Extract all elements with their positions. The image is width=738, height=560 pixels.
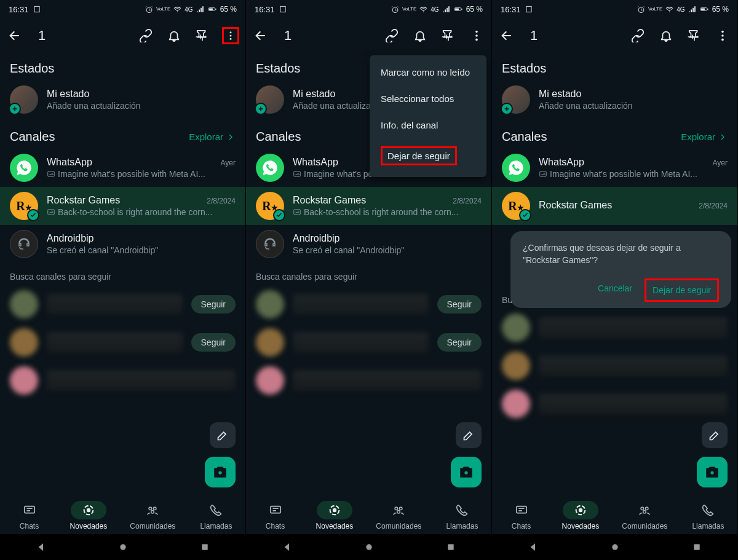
nav-comunidades[interactable]: Comunidades <box>130 501 175 530</box>
my-status-row[interactable]: + Mi estadoAñade una actualización <box>492 82 737 121</box>
pin-button[interactable] <box>686 27 703 44</box>
dialog-message: ¿Confirmas que deseas dejar de seguir a … <box>523 242 719 266</box>
pin-button[interactable] <box>440 27 457 44</box>
back-button[interactable] <box>6 27 23 44</box>
system-nav <box>246 534 491 560</box>
sys-home-icon[interactable] <box>118 542 128 552</box>
rockstar-avatar: R★ <box>502 192 530 220</box>
back-button[interactable] <box>252 27 269 44</box>
channel-rockstar[interactable]: R★ Rockstar Games2/8/2024 Back-to-school… <box>0 187 245 225</box>
link-button[interactable] <box>137 27 154 44</box>
channel-androidbip[interactable]: Androidbip Se creó el canal "Androidbip" <box>0 225 245 263</box>
nav-llamadas[interactable]: Llamadas <box>444 501 480 530</box>
phone-screen-2: 16:31 VoLTE 4G 65 % 1 Estados + Mi estad… <box>246 0 492 560</box>
nav-llamadas[interactable]: Llamadas <box>690 501 726 530</box>
suggested-row[interactable]: Seguir <box>0 323 245 361</box>
svg-rect-22 <box>526 6 531 12</box>
pin-button[interactable] <box>194 27 211 44</box>
whatsapp-avatar <box>10 154 38 182</box>
nav-label: Chats <box>512 522 531 530</box>
pencil-fab[interactable] <box>456 422 482 448</box>
channel-rockstar[interactable]: R★ Rockstar Games2/8/2024 <box>492 187 737 225</box>
sys-home-icon[interactable] <box>610 542 620 552</box>
sys-back-icon[interactable] <box>282 542 293 553</box>
follow-button[interactable]: Seguir <box>437 333 482 352</box>
my-status-title: Mi estado <box>539 89 633 100</box>
channel-androidbip[interactable]: AndroidbipSe creó el canal "Androidbip" <box>246 225 491 263</box>
suggested-row[interactable] <box>0 361 245 400</box>
sys-recent-icon[interactable] <box>692 542 702 552</box>
battery-icon <box>699 5 710 14</box>
blurred-avatar <box>10 328 38 357</box>
my-status-row[interactable]: + Mi estado Añade una actualización <box>0 82 245 121</box>
nav-novedades[interactable]: Novedades <box>562 501 600 530</box>
channel-rockstar[interactable]: R★ Rockstar Games2/8/2024Back-to-school … <box>246 187 491 225</box>
suggested-row[interactable] <box>492 347 737 385</box>
back-button[interactable] <box>498 27 515 44</box>
suggested-row[interactable] <box>246 361 491 400</box>
dialog-confirm-button[interactable]: Dejar de seguir <box>645 278 719 302</box>
nav-novedades[interactable]: Novedades <box>316 501 354 530</box>
link-button[interactable] <box>629 27 646 44</box>
nav-chats[interactable]: Chats <box>258 501 293 530</box>
follow-button[interactable]: Seguir <box>437 295 482 314</box>
svg-point-20 <box>367 544 372 550</box>
nav-comunidades[interactable]: Comunidades <box>376 501 421 530</box>
suggested-row[interactable] <box>492 309 737 347</box>
channel-whatsapp[interactable]: WhatsAppAyerImagine what's possible with… <box>492 149 737 187</box>
menu-mark-unread[interactable]: Marcar como no leído <box>370 59 486 85</box>
channel-whatsapp[interactable]: WhatsAppAyer Imagine what's possible wit… <box>0 149 245 187</box>
channel-name: Rockstar Games <box>293 195 366 206</box>
blurred-text <box>539 393 728 414</box>
blurred-avatar <box>502 314 530 342</box>
nav-comunidades[interactable]: Comunidades <box>622 501 667 530</box>
mute-button[interactable] <box>411 27 429 44</box>
camera-fab[interactable] <box>205 457 236 487</box>
image-icon <box>47 170 55 178</box>
dialog-cancel-button[interactable]: Cancelar <box>592 278 638 302</box>
wifi-icon <box>173 5 182 14</box>
nav-chats[interactable]: Chats <box>12 501 47 530</box>
menu-select-all[interactable]: Seleccionar todos <box>370 85 486 112</box>
pencil-fab[interactable] <box>702 422 728 448</box>
mute-button[interactable] <box>165 27 183 44</box>
suggested-row[interactable]: Seguir <box>246 323 491 361</box>
link-button[interactable] <box>383 27 400 44</box>
notif-icon <box>525 5 533 14</box>
blurred-text <box>539 355 728 376</box>
nav-llamadas[interactable]: Llamadas <box>198 501 234 530</box>
sys-recent-icon[interactable] <box>200 542 210 552</box>
sys-back-icon[interactable] <box>36 542 47 553</box>
blurred-avatar <box>256 290 284 318</box>
sys-recent-icon[interactable] <box>446 542 456 552</box>
camera-fab[interactable] <box>451 457 482 487</box>
follow-button[interactable]: Seguir <box>191 333 236 352</box>
selection-toolbar: 1 <box>492 18 737 53</box>
explore-button[interactable]: Explorar <box>189 132 236 142</box>
explore-button[interactable]: Explorar <box>681 132 728 142</box>
suggested-row[interactable]: Seguir <box>246 285 491 323</box>
menu-channel-info[interactable]: Info. del canal <box>370 112 486 138</box>
sys-home-icon[interactable] <box>364 542 374 552</box>
whatsapp-avatar <box>256 154 284 182</box>
more-button[interactable] <box>468 27 485 44</box>
canales-header: Canales <box>256 130 301 144</box>
nav-novedades[interactable]: Novedades <box>70 501 108 530</box>
channel-date: 2/8/2024 <box>207 197 236 205</box>
sys-back-icon[interactable] <box>528 542 539 553</box>
more-button[interactable] <box>222 27 239 44</box>
mute-button[interactable] <box>657 27 675 44</box>
pencil-fab[interactable] <box>210 422 236 448</box>
notif-icon <box>279 5 287 14</box>
channel-date: 2/8/2024 <box>699 202 728 210</box>
suggested-row[interactable]: Seguir <box>0 285 245 323</box>
suggested-row[interactable] <box>492 385 737 423</box>
more-button[interactable] <box>714 27 731 44</box>
follow-button[interactable]: Seguir <box>191 295 236 314</box>
camera-fab[interactable] <box>697 457 728 487</box>
nav-chats[interactable]: Chats <box>504 501 539 530</box>
rockstar-avatar: R★ <box>10 192 38 220</box>
status-bar: 16:31 VoLTE 4G 65 % <box>492 0 737 18</box>
network-label: 4G <box>430 6 438 13</box>
menu-unfollow[interactable]: Dejar de seguir <box>370 138 486 173</box>
